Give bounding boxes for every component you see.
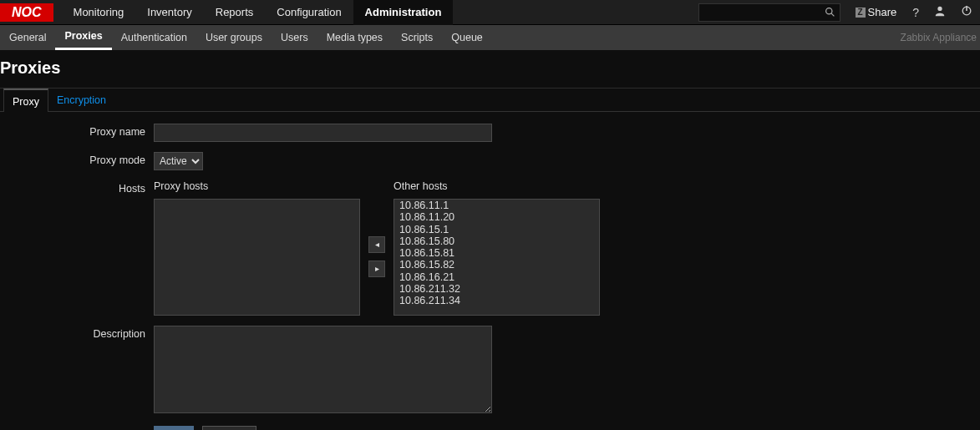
topnav-administration[interactable]: Administration: [353, 0, 454, 25]
logo[interactable]: NOC: [0, 3, 53, 22]
list-item[interactable]: 10.86.15.81: [394, 247, 599, 259]
list-item[interactable]: 10.86.11.20: [394, 211, 599, 223]
search-input[interactable]: [698, 3, 840, 22]
subnav-queue[interactable]: Queue: [442, 25, 492, 50]
appliance-label: Zabbix Appliance: [901, 32, 980, 43]
description-textarea[interactable]: [154, 326, 492, 413]
proxy-mode-select[interactable]: Active: [154, 152, 203, 170]
topnav-reports[interactable]: Reports: [204, 0, 266, 25]
sub-nav: General Proxies Authentication User grou…: [0, 25, 980, 50]
subnav-general[interactable]: General: [0, 25, 55, 50]
topnav-inventory[interactable]: Inventory: [135, 0, 203, 25]
top-nav: NOC Monitoring Inventory Reports Configu…: [0, 0, 980, 25]
subnav-authentication[interactable]: Authentication: [112, 25, 196, 50]
list-item[interactable]: 10.86.15.82: [394, 259, 599, 271]
svg-line-1: [831, 13, 834, 16]
subnav-users[interactable]: Users: [272, 25, 317, 50]
list-item[interactable]: 10.86.15.80: [394, 235, 599, 247]
topnav-monitoring[interactable]: Monitoring: [62, 0, 136, 25]
power-icon[interactable]: [953, 5, 980, 19]
cancel-button[interactable]: Cancel: [202, 426, 256, 430]
tabs: Proxy Encryption: [0, 89, 980, 112]
description-label: Description: [0, 326, 154, 416]
user-icon[interactable]: [927, 5, 953, 19]
svg-point-0: [825, 8, 831, 13]
search-icon[interactable]: [825, 7, 835, 20]
topnav-configuration[interactable]: Configuration: [265, 0, 353, 25]
list-item[interactable]: 10.86.11.1: [394, 200, 599, 211]
list-item[interactable]: 10.86.16.21: [394, 271, 599, 283]
other-hosts-listbox[interactable]: 10.86.11.110.86.11.2010.86.15.110.86.15.…: [394, 199, 600, 316]
svg-point-2: [937, 7, 942, 11]
subnav-media-types[interactable]: Media types: [317, 25, 392, 50]
triangle-left-icon: ◂: [375, 240, 379, 249]
tab-encryption[interactable]: Encryption: [48, 89, 114, 112]
triangle-right-icon: ▸: [375, 264, 379, 273]
list-item[interactable]: 10.86.15.1: [394, 224, 599, 235]
move-right-button[interactable]: ▸: [368, 261, 385, 277]
help-icon[interactable]: ?: [905, 6, 927, 19]
list-item[interactable]: 10.86.211.32: [394, 283, 599, 295]
search-wrap: [698, 3, 840, 22]
proxy-form: Proxy name Proxy mode Active Hosts Proxy…: [0, 112, 980, 430]
subnav-scripts[interactable]: Scripts: [392, 25, 442, 50]
other-hosts-header: Other hosts: [394, 180, 600, 192]
proxy-name-label: Proxy name: [0, 124, 154, 142]
subnav-user-groups[interactable]: User groups: [196, 25, 272, 50]
proxy-mode-label: Proxy mode: [0, 152, 154, 170]
tab-proxy[interactable]: Proxy: [3, 89, 48, 112]
add-button[interactable]: Add: [154, 426, 194, 430]
list-item[interactable]: 10.86.211.34: [394, 295, 599, 306]
hosts-label: Hosts: [0, 180, 154, 316]
page-title: Proxies: [0, 50, 980, 88]
share-z-icon: Z: [856, 8, 866, 18]
proxy-hosts-listbox[interactable]: [154, 199, 360, 316]
share-button[interactable]: Z Share: [847, 6, 906, 18]
subnav-proxies[interactable]: Proxies: [55, 25, 111, 50]
move-left-button[interactable]: ◂: [368, 236, 385, 253]
proxy-hosts-header: Proxy hosts: [154, 180, 360, 192]
share-label: Share: [868, 6, 897, 18]
proxy-name-input[interactable]: [154, 124, 492, 142]
